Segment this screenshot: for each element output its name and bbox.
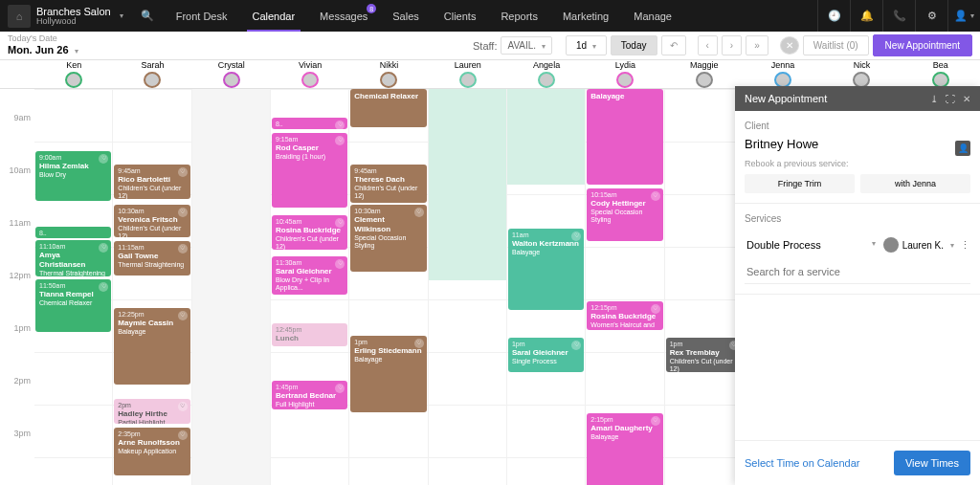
- new-appointment-button[interactable]: New Appointment: [873, 34, 972, 56]
- panel-title: New Appointment: [745, 93, 827, 104]
- appointment[interactable]: 9:45amTherese DachChildren's Cut (under …: [350, 165, 426, 203]
- schedule-col[interactable]: [192, 89, 271, 485]
- staff-name: Jenna: [771, 60, 795, 70]
- appointment[interactable]: 8..Mohammad...♡: [272, 118, 347, 129]
- staff-col-lauren[interactable]: Lauren: [429, 60, 507, 88]
- more-icon[interactable]: ⋮: [960, 239, 970, 252]
- appointment[interactable]: 2:35pmArne RunolfssonMakeup Application♡: [114, 428, 189, 475]
- schedule-col[interactable]: 9:45amRico BartolettiChildren's Cut (und…: [113, 89, 191, 485]
- close-icon[interactable]: ✕: [963, 94, 970, 104]
- staff-header: KenSarahCrystalVivianNikkiLaurenAngelaLy…: [0, 60, 980, 89]
- heart-icon: ♡: [178, 430, 188, 440]
- staff-col-ken[interactable]: Ken: [34, 60, 113, 88]
- service-search-input[interactable]: [745, 260, 970, 284]
- clear-icon[interactable]: ✕: [780, 36, 799, 55]
- rebook-service[interactable]: Fringe Trim: [745, 174, 855, 193]
- appointment[interactable]: 1pmSarai GleichnerSingle Process♡: [508, 338, 584, 372]
- undo-icon[interactable]: ↶: [661, 35, 686, 55]
- staff-col-sarah[interactable]: Sarah: [113, 60, 191, 88]
- appointment[interactable]: Balayage: [587, 89, 662, 185]
- appointment[interactable]: 10:45amRosina BuckridgeChildren's Cut (u…: [272, 215, 347, 250]
- appointment[interactable]: 1:45pmBertrand BednarFull Highlight♡: [272, 381, 347, 409]
- service-select[interactable]: Double Process ▾: [745, 235, 878, 254]
- appointment[interactable]: 9:00amHilma ZemlakBlow Dry♡: [35, 151, 111, 201]
- appointment[interactable]: 12:15pmRosina BuckridgeWomen's Haircut a…: [587, 301, 662, 330]
- staff-col-vivian[interactable]: Vivian: [271, 60, 349, 88]
- select-time-link[interactable]: Select Time on Calendar: [745, 457, 859, 469]
- expand-icon[interactable]: ⛶: [946, 94, 955, 104]
- next-icon[interactable]: ›: [722, 35, 742, 55]
- nav-reports[interactable]: Reports: [488, 0, 550, 32]
- appointment[interactable]: 9:45amRico BartolettiChildren's Cut (und…: [114, 165, 189, 199]
- schedule-col[interactable]: 8..Mohammad...♡9:15amRod CasperBraiding …: [271, 89, 349, 485]
- staff-avatar: [301, 72, 319, 88]
- nav-messages[interactable]: Messages8: [307, 0, 380, 32]
- staff-avatar: [616, 72, 634, 88]
- appointment[interactable]: 8..Walton K...: [35, 227, 111, 238]
- date-picker[interactable]: Today's Date Mon. Jun 26 ▾: [8, 34, 78, 56]
- appointment[interactable]: 1pmErling StiedemannBalayage♡: [350, 336, 426, 412]
- heart-icon: ♡: [414, 208, 424, 217]
- staff-avatar: [696, 72, 713, 88]
- schedule-col[interactable]: Chemical Relaxer9:45amTherese DachChildr…: [349, 89, 428, 485]
- schedule-col[interactable]: [429, 89, 507, 485]
- nav-manage[interactable]: Manage: [621, 0, 684, 32]
- skip-forward-icon[interactable]: »: [746, 35, 768, 55]
- rebook-staff[interactable]: with Jenna: [860, 174, 970, 193]
- staff-col-bea[interactable]: Bea: [902, 60, 980, 88]
- view-times-button[interactable]: View Times: [894, 451, 970, 475]
- appointment[interactable]: 11:50amTianna RempelChemical Relaxer♡: [35, 279, 111, 332]
- appointment[interactable]: 10:30amVeronica FritschChildren's Cut (u…: [114, 205, 189, 237]
- appointment[interactable]: 12:25pmMaymie CassinBalayage♡: [114, 308, 189, 385]
- chevron-down-icon: ▾: [950, 241, 954, 250]
- appointment[interactable]: 1pmRex TremblayChildren's Cut (under 12)…: [666, 338, 742, 372]
- appointment[interactable]: 11amWalton KertzmannBalayage♡: [508, 229, 584, 310]
- schedule-col[interactable]: 1pmRex TremblayChildren's Cut (under 12)…: [665, 89, 744, 485]
- waitlist-button[interactable]: Waitlist (0): [803, 35, 869, 55]
- schedule-col[interactable]: Balayage10:15amCody HettingerSpecial Occ…: [586, 89, 664, 485]
- today-button[interactable]: Today: [611, 35, 657, 55]
- chevron-down-icon[interactable]: ▾: [120, 11, 123, 20]
- staff-col-nick[interactable]: Nick: [822, 60, 901, 88]
- nav-front-desk[interactable]: Front Desk: [164, 0, 240, 32]
- staff-filter[interactable]: AVAIL. ▾: [501, 36, 551, 55]
- appointment[interactable]: 11:30amSarai GleichnerBlow Dry + Clip In…: [272, 256, 347, 295]
- appointment[interactable]: 10:15amCody HettingerSpecial Occasion St…: [587, 188, 662, 241]
- staff-col-nikki[interactable]: Nikki: [349, 60, 428, 88]
- user-menu[interactable]: 👤▾: [947, 0, 980, 32]
- appointment[interactable]: 2pmHadley HirthePartial Highlight♡: [114, 399, 189, 424]
- bell-icon[interactable]: 🔔: [850, 0, 882, 32]
- staff-col-maggie[interactable]: Maggie: [665, 60, 744, 88]
- staff-col-jenna[interactable]: Jenna: [744, 60, 822, 88]
- appointment[interactable]: 11:10amAmya ChristiansenThermal Straight…: [35, 240, 111, 276]
- clock-icon[interactable]: 🕘: [817, 0, 850, 32]
- schedule-col[interactable]: 11amWalton KertzmannBalayage♡1pmSarai Gl…: [507, 89, 586, 485]
- staff-col-angela[interactable]: Angela: [507, 60, 586, 88]
- staff-name: Nick: [854, 60, 871, 70]
- appointment[interactable]: 9:15amRod CasperBraiding (1 hour)♡: [272, 133, 347, 208]
- appointment[interactable]: 11:15amGail TowneThermal Straightening♡: [114, 241, 189, 276]
- prev-icon[interactable]: ‹: [698, 35, 718, 55]
- nav-clients[interactable]: Clients: [432, 0, 489, 32]
- schedule-col[interactable]: 9:00amHilma ZemlakBlow Dry♡8..Walton K..…: [34, 89, 113, 485]
- appointment[interactable]: 10:30amClement WilkinsonSpecial Occasion…: [350, 205, 426, 272]
- nav-marketing[interactable]: Marketing: [550, 0, 621, 32]
- nav-calendar[interactable]: Calendar: [239, 0, 307, 32]
- search-icon[interactable]: 🔍: [131, 0, 164, 32]
- panel-header: New Appointment ⤓ ⛶ ✕: [735, 86, 980, 111]
- staff-avatar: [380, 72, 397, 88]
- minimize-icon[interactable]: ⤓: [930, 94, 938, 104]
- view-select[interactable]: 1d ▾: [566, 35, 607, 55]
- staff-col-lydia[interactable]: Lydia: [586, 60, 664, 88]
- client-name[interactable]: Britney Howe: [745, 137, 955, 151]
- gear-icon[interactable]: ⚙: [915, 0, 947, 32]
- brand[interactable]: ⌂ Branches Salon Hollywood ▾: [0, 5, 131, 28]
- appointment[interactable]: Chemical Relaxer: [350, 89, 426, 127]
- service-staff-select[interactable]: Lauren K. ▾: [883, 237, 954, 253]
- staff-col-crystal[interactable]: Crystal: [192, 60, 271, 88]
- phone-icon[interactable]: 📞: [882, 0, 915, 32]
- appointment[interactable]: 2:15pmAmari DaughertyBalayage♡: [587, 413, 662, 485]
- nav-sales[interactable]: Sales: [380, 0, 432, 32]
- appointment[interactable]: 12:45pmLunch: [272, 323, 347, 346]
- client-details-icon[interactable]: 👤: [955, 141, 970, 156]
